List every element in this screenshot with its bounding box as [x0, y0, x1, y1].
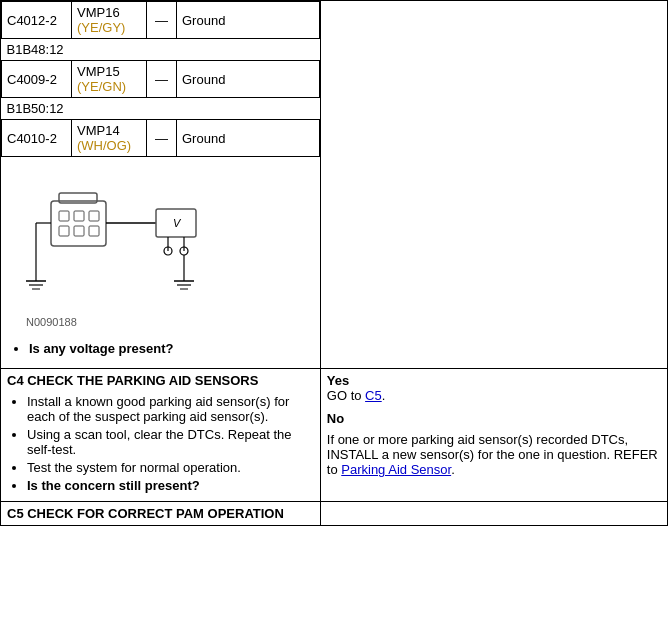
c4-bullet-3: Test the system for normal operation.	[27, 460, 314, 475]
c4-bullet-2: Using a scan tool, clear the DTCs. Repea…	[27, 427, 314, 457]
ground-cell-2: Ground	[177, 61, 320, 98]
voltage-question: Is any voltage present?	[29, 341, 312, 356]
wire-vmp16: VMP16 (YE/GY)	[72, 2, 147, 39]
svg-rect-2	[59, 211, 69, 221]
svg-rect-3	[74, 211, 84, 221]
diagram-caption: N0090188	[26, 316, 320, 328]
c5-left-cell: C5 CHECK FOR CORRECT PAM OPERATION	[1, 502, 321, 526]
svg-rect-6	[74, 226, 84, 236]
c5-right-cell	[320, 502, 667, 526]
c4-bullet-1: Install a known good parking aid sensor(…	[27, 394, 314, 424]
b1b50-row: B1B50:12	[2, 98, 320, 120]
connector-c4010-2: C4010-2	[2, 120, 72, 157]
no-label: No	[327, 411, 344, 426]
parking-aid-link[interactable]: Parking Aid Sensor	[341, 462, 451, 477]
dash-cell-2: —	[147, 61, 177, 98]
c5-header: C5 CHECK FOR CORRECT PAM OPERATION	[7, 506, 314, 521]
svg-rect-4	[89, 211, 99, 221]
ground-cell-1: Ground	[177, 2, 320, 39]
yes-period: .	[382, 388, 386, 403]
connector-c4009-2: C4009-2	[2, 61, 72, 98]
svg-rect-0	[51, 201, 106, 246]
wire-vmp15: VMP15 (YE/GN)	[72, 61, 147, 98]
b1b48-row: B1B48:12	[2, 39, 320, 61]
dash-cell-3: —	[147, 120, 177, 157]
wire-vmp14: VMP14 (WH/OG)	[72, 120, 147, 157]
dash-cell-1: —	[147, 2, 177, 39]
c4-right-cell: Yes GO to C5. No If one or more parking …	[320, 369, 667, 502]
right-cell-top	[320, 1, 667, 369]
c4-left-cell: C4 CHECK THE PARKING AID SENSORS Install…	[1, 369, 321, 502]
c4-header: C4 CHECK THE PARKING AID SENSORS	[7, 373, 314, 388]
c4-bullet-4: Is the concern still present?	[27, 478, 314, 493]
no-action-text: If one or more parking aid sensor(s) rec…	[327, 432, 661, 477]
svg-rect-7	[89, 226, 99, 236]
wiring-diagram: V	[21, 171, 251, 311]
connector-c4012-2: C4012-2	[2, 2, 72, 39]
ground-cell-3: Ground	[177, 120, 320, 157]
c5-link[interactable]: C5	[365, 388, 382, 403]
svg-text:V: V	[173, 217, 182, 229]
yes-action-text: GO to	[327, 388, 365, 403]
svg-rect-5	[59, 226, 69, 236]
yes-label: Yes	[327, 373, 349, 388]
